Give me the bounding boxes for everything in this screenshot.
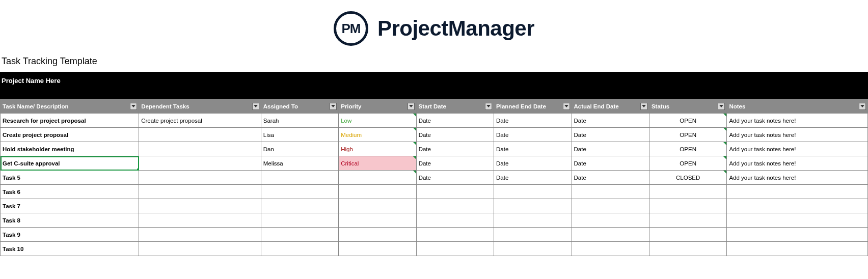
cell-startdate[interactable] — [416, 242, 494, 256]
cell-priority[interactable]: Low — [339, 114, 416, 128]
cell-startdate[interactable]: Date — [416, 128, 494, 142]
cell-taskname[interactable]: Get C-suite approval — [1, 156, 139, 171]
cell-plannedend[interactable] — [494, 199, 572, 213]
col-header-aed[interactable]: Actual End Date — [572, 99, 649, 114]
cell-status[interactable] — [649, 228, 726, 242]
cell-actualend[interactable] — [572, 213, 649, 228]
cell-status[interactable]: CLOSED — [649, 171, 726, 185]
cell-asg[interactable] — [261, 213, 338, 228]
cell-actualend[interactable] — [572, 228, 649, 242]
cell-notes[interactable]: Add your task notes here! — [727, 128, 868, 142]
cell-actualend[interactable] — [572, 185, 649, 199]
cell-asg[interactable]: Dan — [261, 142, 338, 156]
cell-notes[interactable] — [727, 228, 868, 242]
cell-startdate[interactable] — [416, 185, 494, 199]
cell-notes[interactable]: Add your task notes here! — [727, 142, 868, 156]
cell-plannedend[interactable]: Date — [494, 171, 572, 185]
cell-asg[interactable] — [261, 242, 338, 256]
table-row[interactable]: Create project proposalLisaMediumDateDat… — [1, 128, 868, 142]
table-row[interactable]: Task 7 — [1, 199, 868, 213]
cell-plannedend[interactable]: Date — [494, 156, 572, 171]
cell-asg[interactable]: Sarah — [261, 114, 338, 128]
cell-notes[interactable] — [727, 185, 868, 199]
cell-startdate[interactable]: Date — [416, 156, 494, 171]
cell-priority[interactable] — [339, 228, 416, 242]
filter-icon[interactable] — [330, 103, 337, 110]
cell-startdate[interactable] — [416, 228, 494, 242]
cell-taskname[interactable]: Hold stakeholder meeting — [1, 142, 139, 156]
cell-notes[interactable] — [727, 213, 868, 228]
filter-icon[interactable] — [718, 103, 725, 110]
cell-notes[interactable]: Add your task notes here! — [727, 114, 868, 128]
cell-plannedend[interactable] — [494, 213, 572, 228]
cell-taskname[interactable]: Research for project proposal — [1, 114, 139, 128]
table-row[interactable]: Get C-suite approvalMelissaCriticalDateD… — [1, 156, 868, 171]
cell-dep[interactable] — [139, 142, 261, 156]
filter-icon[interactable] — [640, 103, 647, 110]
col-header-stat[interactable]: Status — [649, 99, 726, 114]
cell-status[interactable]: OPEN — [649, 142, 726, 156]
cell-taskname[interactable]: Create project proposal — [1, 128, 139, 142]
cell-notes[interactable]: Add your task notes here! — [727, 171, 868, 185]
table-row[interactable]: Task 8 — [1, 213, 868, 228]
cell-dep[interactable]: Create project proposal — [139, 114, 261, 128]
cell-plannedend[interactable]: Date — [494, 142, 572, 156]
cell-actualend[interactable]: Date — [572, 171, 649, 185]
col-header-task[interactable]: Task Name/ Description — [1, 99, 139, 114]
cell-dep[interactable] — [139, 128, 261, 142]
cell-plannedend[interactable]: Date — [494, 128, 572, 142]
col-header-pri[interactable]: Priority — [339, 99, 416, 114]
task-table[interactable]: Task Name/ Description Dependent Tasks A… — [0, 99, 868, 256]
cell-asg[interactable] — [261, 171, 338, 185]
table-row[interactable]: Hold stakeholder meetingDanHighDateDateD… — [1, 142, 868, 156]
cell-taskname[interactable]: Task 8 — [1, 213, 139, 228]
cell-dep[interactable] — [139, 213, 261, 228]
cell-notes[interactable] — [727, 199, 868, 213]
cell-priority[interactable]: Medium — [339, 128, 416, 142]
table-row[interactable]: Task 6 — [1, 185, 868, 199]
cell-startdate[interactable] — [416, 213, 494, 228]
cell-status[interactable]: OPEN — [649, 128, 726, 142]
table-row[interactable]: Task 10 — [1, 242, 868, 256]
cell-priority[interactable] — [339, 213, 416, 228]
cell-dep[interactable] — [139, 228, 261, 242]
table-row[interactable]: Task 9 — [1, 228, 868, 242]
filter-icon[interactable] — [859, 103, 866, 110]
cell-notes[interactable]: Add your task notes here! — [727, 156, 868, 171]
cell-dep[interactable] — [139, 156, 261, 171]
cell-actualend[interactable]: Date — [572, 156, 649, 171]
cell-priority[interactable] — [339, 242, 416, 256]
cell-status[interactable]: OPEN — [649, 156, 726, 171]
cell-priority[interactable]: High — [339, 142, 416, 156]
cell-taskname[interactable]: Task 5 — [1, 171, 139, 185]
cell-asg[interactable] — [261, 185, 338, 199]
cell-plannedend[interactable] — [494, 228, 572, 242]
project-name-bar[interactable]: Project Name Here — [0, 72, 868, 99]
cell-priority[interactable]: Critical — [339, 156, 416, 171]
cell-startdate[interactable]: Date — [416, 114, 494, 128]
filter-icon[interactable] — [252, 103, 259, 110]
col-header-notes[interactable]: Notes — [727, 99, 868, 114]
cell-taskname[interactable]: Task 10 — [1, 242, 139, 256]
cell-taskname[interactable]: Task 6 — [1, 185, 139, 199]
cell-priority[interactable] — [339, 171, 416, 185]
cell-status[interactable] — [649, 242, 726, 256]
cell-status[interactable] — [649, 199, 726, 213]
cell-asg[interactable]: Melissa — [261, 156, 338, 171]
cell-startdate[interactable] — [416, 199, 494, 213]
cell-actualend[interactable]: Date — [572, 142, 649, 156]
cell-notes[interactable] — [727, 242, 868, 256]
col-header-ped[interactable]: Planned End Date — [494, 99, 572, 114]
cell-actualend[interactable]: Date — [572, 128, 649, 142]
cell-plannedend[interactable]: Date — [494, 114, 572, 128]
cell-actualend[interactable] — [572, 199, 649, 213]
col-header-asg[interactable]: Assigned To — [261, 99, 338, 114]
cell-status[interactable]: OPEN — [649, 114, 726, 128]
table-row[interactable]: Research for project proposalCreate proj… — [1, 114, 868, 128]
cell-asg[interactable] — [261, 199, 338, 213]
cell-dep[interactable] — [139, 171, 261, 185]
filter-icon[interactable] — [130, 103, 137, 110]
cell-startdate[interactable]: Date — [416, 142, 494, 156]
cell-actualend[interactable]: Date — [572, 114, 649, 128]
cell-dep[interactable] — [139, 242, 261, 256]
